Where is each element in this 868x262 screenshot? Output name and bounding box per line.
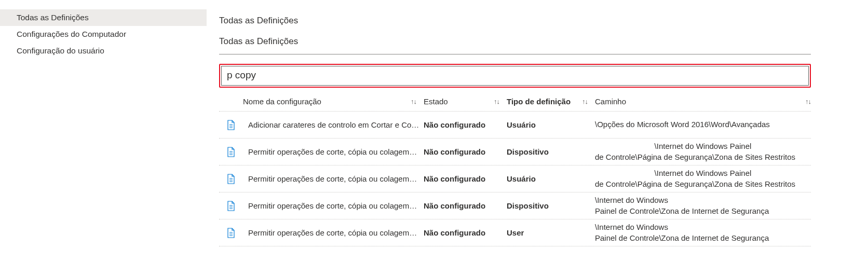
cell-setting-name: Permitir operações de corte, cópia ou co… — [243, 228, 424, 237]
table-row[interactable]: Permitir operações de corte, cópia ou co… — [219, 166, 811, 192]
document-icon — [219, 147, 243, 157]
cell-type: Dispositivo — [507, 201, 595, 210]
column-header-type[interactable]: Tipo de definição ↑↓ — [507, 97, 595, 106]
document-icon — [219, 228, 243, 238]
cell-path: \Internet do WindowsPainel de Controle\Z… — [595, 195, 811, 216]
cell-setting-name: Permitir operações de corte, cópia ou co… — [243, 174, 424, 183]
sort-icon: ↑↓ — [411, 98, 416, 105]
document-icon — [219, 174, 243, 184]
main-content: Todas as Definições Todas as Definições … — [207, 0, 868, 246]
cell-state: Não configurado — [424, 147, 507, 156]
cell-state: Não configurado — [424, 228, 507, 237]
cell-path: \Internet do Windows Painelde Controle\P… — [595, 141, 811, 162]
sidebar-item-all-definitions[interactable]: Todas as Definições — [0, 9, 207, 26]
page-subtitle: Todas as Definições — [219, 36, 868, 47]
cell-path: \Opções do Microsoft Word 2016\Word\Avan… — [595, 119, 811, 130]
cell-state: Não configurado — [424, 120, 507, 129]
cell-state: Não configurado — [424, 201, 507, 210]
sidebar-item-computer-config[interactable]: Configurações do Computador — [0, 26, 207, 43]
cell-type: Usuário — [507, 120, 595, 129]
page-title: Todas as Definições — [219, 16, 868, 26]
sort-icon: ↑↓ — [494, 98, 499, 105]
document-icon — [219, 120, 243, 130]
table-row[interactable]: Permitir operações de corte, cópia ou co… — [219, 139, 811, 166]
column-header-state[interactable]: Estado ↑↓ — [424, 97, 507, 106]
cell-state: Não configurado — [424, 174, 507, 183]
column-header-path[interactable]: Caminho ↑↓ — [595, 97, 811, 106]
sidebar: Todas as Definições Configurações do Com… — [0, 0, 207, 246]
document-icon — [219, 201, 243, 211]
cell-path: \Internet do WindowsPainel de Controle\Z… — [595, 222, 811, 243]
column-header-name[interactable]: Nome da configuração ↑↓ — [243, 97, 424, 106]
table-row[interactable]: Permitir operações de corte, cópia ou co… — [219, 219, 811, 246]
cell-setting-name: Adicionar carateres de controlo em Corta… — [243, 120, 424, 129]
cell-type: Dispositivo — [507, 147, 595, 156]
divider — [219, 54, 811, 54]
table-row[interactable]: Permitir operações de corte, cópia ou co… — [219, 192, 811, 219]
cell-type: Usuário — [507, 174, 595, 183]
cell-setting-name: Permitir operações de corte, cópia ou co… — [243, 201, 424, 210]
settings-table: Nome da configuração ↑↓ Estado ↑↓ Tipo d… — [219, 91, 811, 246]
sort-icon: ↑↓ — [805, 98, 811, 105]
search-input[interactable] — [221, 66, 809, 86]
cell-path: \Internet do Windows Painelde Controle\P… — [595, 168, 811, 189]
search-highlight-box — [219, 64, 811, 88]
table-row[interactable]: Adicionar carateres de controlo em Corta… — [219, 112, 811, 139]
cell-type: User — [507, 228, 595, 237]
table-header: Nome da configuração ↑↓ Estado ↑↓ Tipo d… — [219, 91, 811, 112]
sort-icon: ↑↓ — [582, 98, 588, 105]
sidebar-item-user-config[interactable]: Configuração do usuário — [0, 43, 207, 59]
cell-setting-name: Permitir operações de corte, cópia ou co… — [243, 147, 424, 156]
